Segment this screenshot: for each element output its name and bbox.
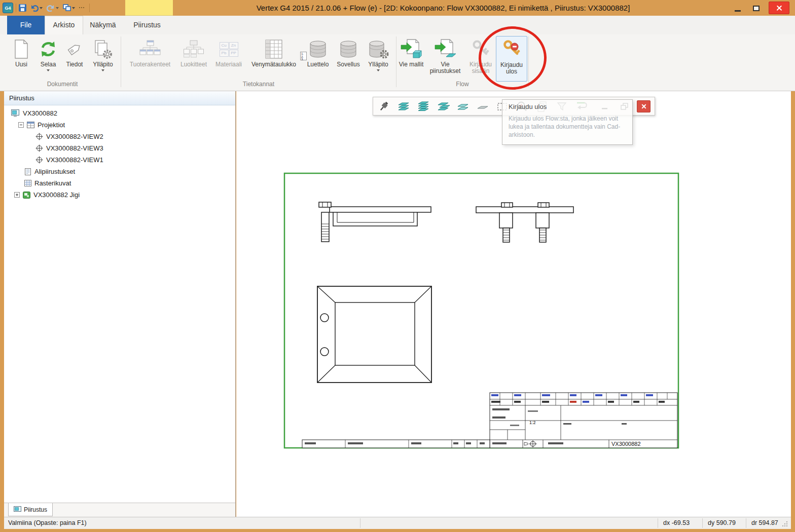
- sovellus-button[interactable]: Sovellus: [335, 36, 362, 82]
- layers-icon: [456, 100, 469, 112]
- undo-button[interactable]: [30, 3, 43, 13]
- yllapito-dokumentit-button[interactable]: Ylläpito: [88, 36, 118, 82]
- key-login-icon: [466, 37, 495, 61]
- classification-icon: [176, 37, 211, 61]
- layer-tool-3-button[interactable]: [437, 100, 450, 113]
- materiaali-button[interactable]: Cu Zn Pb PP Materiaali: [212, 36, 245, 82]
- tree-item-view3[interactable]: VX3000882-VIEW3: [4, 142, 235, 154]
- tab-nakyma[interactable]: Näkymä: [83, 16, 123, 34]
- dropdown-caret-icon: [40, 7, 43, 9]
- kirjaudu-sisaan-button[interactable]: Kirjaudu sisään: [466, 36, 495, 82]
- group-separator: [528, 36, 529, 87]
- minimize-button[interactable]: [730, 3, 745, 14]
- raster-grid-icon: [24, 180, 31, 186]
- venymataulukko-button[interactable]: Venymätaulukko: [246, 36, 301, 82]
- database-list-icon: 1. 2. 3.: [302, 37, 334, 61]
- key-logout-icon: [496, 37, 527, 62]
- titlebar: G4 Vertex G4 2015 / 21.0.06 + Flow (e) -…: [0, 0, 795, 16]
- overflow-icon: [79, 7, 85, 9]
- maximize-button[interactable]: [748, 3, 764, 14]
- tooltip-title: Kirjaudu ulos: [509, 103, 626, 110]
- database-icon: [335, 37, 362, 61]
- tree-item-projektiot[interactable]: Projektiot: [4, 119, 235, 131]
- status-message: Valmiina (Opaste: paina F1): [8, 517, 87, 529]
- minimize-icon: [735, 10, 741, 12]
- redo-icon: [47, 4, 55, 12]
- separator: [16, 4, 16, 12]
- app-icon: G4: [3, 3, 13, 13]
- drawing-canvas[interactable]: VX3000882 1:2: [236, 91, 791, 517]
- tab-piirustus[interactable]: Piirustus: [123, 16, 171, 34]
- tree-item-view1[interactable]: VX3000882-VIEW1: [4, 154, 235, 166]
- toolbar-close-button[interactable]: [637, 100, 651, 112]
- quickbar-overflow-button[interactable]: [79, 3, 85, 13]
- pin-button[interactable]: [377, 100, 390, 113]
- layers-icon: [437, 100, 450, 112]
- luokitteet-button[interactable]: Luokitteet: [176, 36, 211, 82]
- expand-expander-icon[interactable]: [14, 192, 20, 198]
- save-button[interactable]: [19, 3, 26, 13]
- redo-button[interactable]: [47, 3, 59, 13]
- drawing-tree: VX3000882 Projektiot VX3000882-VIEW2 VX3: [4, 107, 235, 201]
- tooltip-body: Kirjaudu ulos Flow:sta, jonka jälkeen vo…: [509, 115, 626, 139]
- flat-layer-icon: [476, 100, 489, 112]
- tree-item-jigi[interactable]: VX3000882 Jigi: [4, 189, 235, 201]
- close-button[interactable]: [769, 2, 789, 14]
- layer-flat-button[interactable]: [476, 100, 489, 113]
- layer-tool-4-button[interactable]: [456, 100, 469, 113]
- vie-mallit-button[interactable]: Vie mallit: [399, 36, 424, 82]
- tree-item-alipiirustukset[interactable]: Alipiirustukset: [4, 166, 235, 177]
- maximize-icon: [753, 6, 760, 11]
- resize-grip[interactable]: [782, 521, 788, 527]
- kirjaudu-ulos-tooltip: Kirjaudu ulos Kirjaudu ulos Flow:sta, jo…: [502, 99, 633, 145]
- drawing-tree-panel: Piirustus VX3000882 Projektiot V: [4, 91, 236, 517]
- drawing-icon: [14, 506, 21, 513]
- cad-drawing: VX3000882 1:2: [236, 91, 791, 517]
- tab-file[interactable]: File: [7, 16, 45, 34]
- tag-icon: [62, 37, 87, 61]
- sub-drawing-icon: [24, 168, 31, 175]
- material-elements-icon: Cu Zn Pb PP: [212, 37, 245, 61]
- uusi-button[interactable]: Uusi: [8, 36, 34, 82]
- ribbon: Uusi Selaa Tiedot: [0, 34, 795, 91]
- tab-arkisto[interactable]: Arkisto: [45, 16, 83, 34]
- jig-icon: [23, 192, 30, 199]
- projects-icon: [27, 122, 34, 128]
- group-label-tietokannat: Tietokannat: [122, 81, 395, 89]
- window-title: Vertex G4 2015 / 21.0.06 + Flow (e) - [2…: [132, 0, 754, 16]
- view-symbol-icon: [35, 156, 43, 164]
- vie-piirustukset-button[interactable]: Vie piirustukset: [425, 36, 465, 82]
- yllapito-tietokannat-button[interactable]: Ylläpito: [363, 36, 393, 82]
- dropdown-caret-icon: [101, 69, 104, 71]
- kirjaudu-ulos-button[interactable]: Kirjaudu ulos: [496, 36, 527, 82]
- panel-tab-piirustus[interactable]: Piirustus: [8, 503, 53, 516]
- tree-item-view2[interactable]: VX3000882-VIEW2: [4, 131, 235, 142]
- statusbar: Valmiina (Opaste: paina F1) dx -69.53 dy…: [4, 517, 791, 529]
- luettelo-button[interactable]: 1. 2. 3. Luettelo: [302, 36, 334, 82]
- layers-icon: [417, 100, 430, 112]
- group-label-dokumentit: Dokumentit: [4, 81, 121, 89]
- title-block-scale: 1:2: [529, 420, 536, 425]
- browse-refresh-icon: [35, 37, 61, 61]
- tiedot-button[interactable]: Tiedot: [62, 36, 87, 82]
- numbered-list-badge: 1. 2. 3.: [300, 52, 307, 60]
- window-layout-button[interactable]: [63, 3, 75, 13]
- status-dy: dy 590.79: [708, 517, 736, 529]
- group-separator: [121, 36, 121, 87]
- new-document-icon: [8, 37, 34, 61]
- layers-icon: [397, 100, 410, 112]
- yellow-highlight-annotation: [125, 0, 173, 16]
- panel-title: Piirustus: [4, 91, 235, 105]
- view-symbol-icon: [35, 133, 43, 140]
- pages-gear-icon: [88, 37, 118, 61]
- layer-tool-1-button[interactable]: [397, 100, 410, 113]
- collapse-expander-icon[interactable]: [18, 122, 24, 128]
- export-drawings-icon: [425, 37, 465, 61]
- group-separator: [396, 36, 396, 87]
- selaa-button[interactable]: Selaa: [35, 36, 61, 82]
- tuoterakenteet-button[interactable]: Tuoterakenteet: [125, 36, 175, 82]
- tree-item-root[interactable]: VX3000882: [4, 107, 235, 119]
- layer-tool-2-button[interactable]: [417, 100, 430, 113]
- tree-item-rasterikuvat[interactable]: Rasterikuvat: [4, 177, 235, 189]
- windows-icon: [63, 4, 71, 12]
